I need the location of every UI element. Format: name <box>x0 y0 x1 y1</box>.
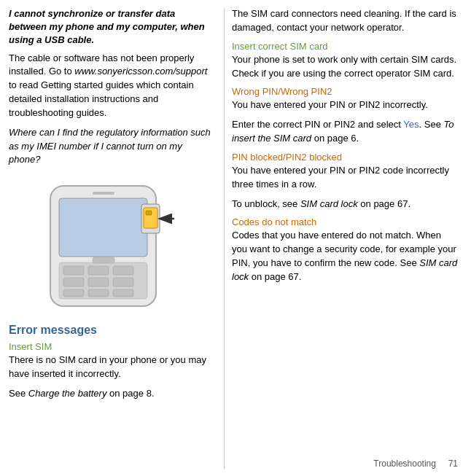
svg-rect-17 <box>93 192 114 195</box>
svg-rect-3 <box>63 266 84 275</box>
svg-rect-8 <box>113 278 133 286</box>
connector-body: The SIM card connectors need cleaning. I… <box>232 7 458 35</box>
enter-correct-pin-line: Enter the correct PIN or PIN2 and select… <box>232 118 458 146</box>
svg-rect-9 <box>63 289 84 297</box>
wrong-pin-label: Wrong PIN/Wrong PIN2 <box>232 86 458 97</box>
svg-rect-18 <box>93 257 114 263</box>
svg-rect-6 <box>63 278 84 286</box>
svg-rect-1 <box>59 198 147 257</box>
codes-no-match-body: Codes that you have entered do not match… <box>232 229 458 284</box>
usb-sync-answer: The cable or software has not been prope… <box>9 52 215 120</box>
insert-sim-label: Insert SIM <box>9 341 215 352</box>
wrong-pin-body: You have entered your PIN or PIN2 incorr… <box>232 98 458 112</box>
insert-correct-sim-label: Insert correct SIM card <box>232 41 458 52</box>
usb-sync-question: I cannot synchronize or transfer data be… <box>9 7 215 47</box>
svg-rect-5 <box>113 266 133 275</box>
svg-rect-7 <box>88 278 109 286</box>
pin-blocked-label: PIN blocked/PIN2 blocked <box>232 152 458 163</box>
phone-sim-image <box>25 180 200 315</box>
unblock-line: To unblock, see SIM card lock on page 67… <box>232 198 458 211</box>
insert-sim-body: There is no SIM card in your phone or yo… <box>9 354 215 381</box>
right-column: The SIM card connectors need cleaning. I… <box>226 7 463 469</box>
svg-rect-11 <box>113 289 133 297</box>
troubleshooting-label: Troubleshooting <box>373 459 436 469</box>
regulatory-question: Where can I find the regulatory informat… <box>9 126 215 168</box>
insert-correct-sim-body: Your phone is set to work only with cert… <box>232 53 458 81</box>
charge-battery-line: See Charge the battery on page 8. <box>9 387 215 401</box>
svg-rect-10 <box>88 289 109 297</box>
column-divider <box>224 7 225 469</box>
svg-rect-4 <box>88 266 109 275</box>
yes-link[interactable]: Yes <box>403 119 419 130</box>
error-messages-heading: Error messages <box>9 324 215 337</box>
pin-blocked-body: You have entered your PIN or PIN2 code i… <box>232 164 458 192</box>
svg-rect-14 <box>146 211 152 215</box>
left-column: I cannot synchronize or transfer data be… <box>0 7 222 469</box>
page-number: 71 <box>448 459 458 469</box>
codes-no-match-label: Codes do not match <box>232 216 458 227</box>
page-footer: Troubleshooting 71 <box>373 459 458 469</box>
